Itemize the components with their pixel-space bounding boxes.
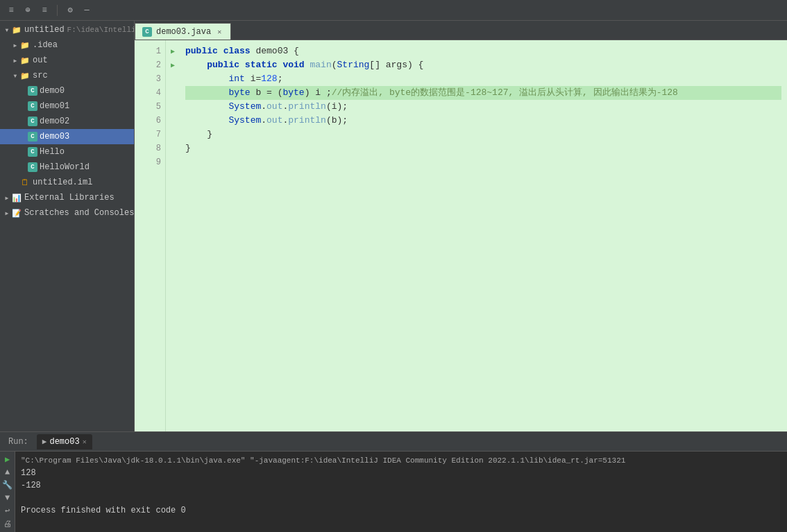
tab-bar: C demo03.java ✕: [135, 21, 787, 40]
line-num-8: 8: [135, 141, 161, 155]
sidebar-item-scratches[interactable]: ▶ 📝 Scratches and Consoles: [0, 205, 134, 221]
code-line-8: }: [185, 141, 781, 155]
add-icon[interactable]: ⊕: [22, 5, 33, 16]
folder-icon-out: 📁: [19, 55, 31, 66]
console-output-finished: Process finished with exit code 0: [21, 504, 781, 517]
scroll-down-button[interactable]: ▼: [2, 493, 13, 503]
sidebar-label-helloworld: HelloWorld: [40, 162, 90, 172]
sidebar-item-demo01[interactable]: C demo01: [0, 98, 134, 114]
sidebar-item-demo0[interactable]: C demo0: [0, 83, 134, 98]
menu-icon[interactable]: ≡: [6, 5, 17, 16]
sidebar-label-idea: .idea: [33, 40, 58, 50]
run-label: Run:: [3, 437, 34, 447]
java-icon-demo02: C: [28, 117, 37, 126]
console-tab-icon: ▶: [42, 437, 47, 446]
gutter-6: [166, 114, 180, 128]
gutter-9: [166, 155, 180, 169]
toolbar-separator: [57, 5, 58, 16]
tab-close-button[interactable]: ✕: [215, 28, 223, 36]
sidebar-label-demo02: demo02: [40, 117, 69, 126]
arrow-demo01: [19, 102, 28, 110]
folder-icon-src: 📁: [19, 70, 31, 81]
print-button[interactable]: 🖨: [2, 519, 13, 529]
arrow-external-libs: ▶: [3, 194, 11, 202]
arrow-idea: ▶: [11, 41, 19, 49]
code-content[interactable]: public class demo03 { public static void…: [180, 40, 787, 431]
arrow-scratches: ▶: [3, 209, 11, 217]
code-editor[interactable]: 1 2 3 4 5 6 7 8 9 ▶ ▶: [135, 40, 787, 431]
console-output-128: 128: [21, 467, 781, 479]
code-line-4: byte b = (byte) i ;//内存溢出, byte的数据范围是-12…: [185, 86, 781, 100]
arrow-iml: [11, 178, 19, 187]
arrow-src: ▼: [11, 71, 19, 80]
top-toolbar: ≡ ⊕ ≡ ⚙ —: [0, 0, 787, 21]
wrench-button[interactable]: 🔧: [2, 480, 13, 490]
gutter-7: [166, 128, 180, 141]
line-num-1: 1: [135, 44, 161, 58]
sidebar-item-hello[interactable]: C Hello: [0, 144, 134, 160]
scroll-up-button[interactable]: ▲: [2, 467, 13, 477]
sidebar-label-demo03: demo03: [40, 132, 69, 141]
libs-icon: 📊: [11, 192, 22, 203]
bottom-panel: Run: ▶ demo03 ✕ ▶ ▲ 🔧 ▼ ↩ 🖨 "C:\Program …: [0, 431, 787, 532]
line-num-5: 5: [135, 100, 161, 114]
sidebar-item-demo02[interactable]: C demo02: [0, 114, 134, 129]
code-line-2: public static void main(String[] args) {: [185, 58, 781, 72]
sidebar-label-external-libraries: External Libraries: [24, 193, 115, 203]
sidebar-item-untitled[interactable]: ▼ 📁 untitled F:\idea\IntelliJ: [0, 22, 134, 37]
console-controls: ▶ ▲ 🔧 ▼ ↩ 🖨: [0, 452, 15, 532]
editor-area: C demo03.java ✕ 1 2 3 4 5 6 7 8 9 ▶: [135, 21, 787, 431]
folder-icon-untitled: 📁: [11, 24, 22, 35]
sidebar-item-helloworld[interactable]: C HelloWorld: [0, 160, 134, 175]
sidebar-label-demo01: demo01: [40, 101, 69, 111]
sidebar-item-out[interactable]: ▶ 📁 out: [0, 53, 134, 68]
line-num-3: 3: [135, 72, 161, 86]
tab-filename: demo03.java: [156, 27, 211, 37]
java-icon-helloworld: C: [28, 162, 37, 172]
sidebar-item-external-libraries[interactable]: ▶ 📊 External Libraries: [0, 190, 134, 205]
console-output: "C:\Program Files\Java\jdk-18.0.1.1\bin\…: [15, 452, 787, 532]
line-num-9: 9: [135, 155, 161, 169]
arrow-out: ▶: [11, 56, 19, 65]
line-numbers: 1 2 3 4 5 6 7 8 9: [135, 40, 166, 431]
sidebar-item-demo03[interactable]: C demo03: [0, 129, 134, 144]
console-output-neg128: -128: [21, 479, 781, 492]
sidebar-label-demo0: demo0: [40, 86, 65, 96]
console-output-blank: [21, 492, 781, 504]
run-button[interactable]: ▶: [2, 454, 13, 465]
gutter-4: [166, 86, 180, 100]
line-num-7: 7: [135, 128, 161, 141]
line-num-4: 4: [135, 86, 161, 100]
settings-icon[interactable]: ⚙: [65, 5, 76, 16]
wrap-button[interactable]: ↩: [2, 506, 13, 516]
java-icon-demo0: C: [28, 86, 37, 96]
gutter-3: [166, 72, 180, 86]
gutter: ▶ ▶: [166, 40, 180, 431]
sidebar-item-iml[interactable]: 🗒 untitled.iml: [0, 175, 134, 190]
editor-tab-demo03[interactable]: C demo03.java ✕: [135, 23, 231, 40]
sidebar-label-out: out: [33, 55, 48, 65]
console-tab-name: demo03: [49, 437, 79, 447]
sidebar-label-src: src: [33, 71, 48, 80]
arrow-helloworld: [19, 163, 28, 171]
scratches-icon: 📝: [11, 207, 22, 218]
list-icon[interactable]: ≡: [39, 5, 50, 16]
java-icon-demo01: C: [28, 101, 37, 111]
console-area: ▶ ▲ 🔧 ▼ ↩ 🖨 "C:\Program Files\Java\jdk-1…: [0, 452, 787, 532]
code-line-6: System.out.println(b);: [185, 114, 781, 128]
java-icon-hello: C: [28, 147, 37, 157]
arrow-hello: [19, 148, 28, 156]
minimize-icon[interactable]: —: [81, 5, 92, 16]
arrow-demo03: [19, 132, 28, 141]
run-btn-1[interactable]: ▶: [166, 44, 180, 58]
project-path: F:\idea\IntelliJ: [67, 26, 135, 34]
console-tab-close[interactable]: ✕: [83, 438, 87, 446]
main-area: ▼ 📁 untitled F:\idea\IntelliJ ▶ 📁 .idea …: [0, 21, 787, 431]
run-btn-2[interactable]: ▶: [166, 58, 180, 72]
sidebar-item-idea[interactable]: ▶ 📁 .idea: [0, 37, 134, 53]
sidebar-item-src[interactable]: ▼ 📁 src: [0, 68, 134, 83]
arrow-demo02: [19, 117, 28, 126]
code-line-5: System.out.println(i);: [185, 100, 781, 114]
sidebar-label-iml: untitled.iml: [33, 178, 92, 187]
console-tab-demo03[interactable]: ▶ demo03 ✕: [37, 434, 92, 449]
